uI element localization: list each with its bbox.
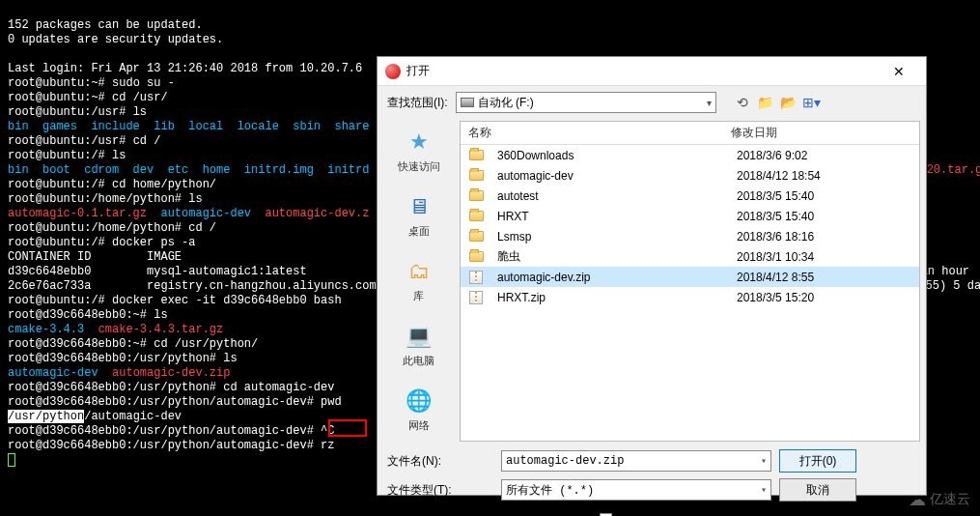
prompt: root@ubuntu:/usr#: [8, 105, 133, 119]
file-row[interactable]: 脆虫2018/3/1 10:34: [461, 246, 919, 267]
place-label: 此电脑: [403, 354, 434, 368]
column-date-header[interactable]: 修改日期: [731, 125, 856, 141]
file-row[interactable]: automagic-dev2018/4/12 18:54: [461, 165, 919, 186]
ls-output: .20.tar.gz: [919, 163, 980, 177]
file-row[interactable]: HRXT2018/3/5 15:40: [461, 206, 919, 226]
pc-icon: 💻: [404, 321, 434, 352]
file-name: autotest: [490, 189, 737, 203]
open-file-dialog: 打开 ✕ 查找范围(I): 自动化 (F:) ▾ ⟲ 📁 📂 ⊞▾ ★ 快速访问…: [377, 56, 927, 496]
cmd: cd home/python/: [112, 178, 216, 191]
filename-label: 文件名(N):: [387, 453, 493, 470]
place-quick-access[interactable]: ★ 快速访问: [378, 125, 460, 176]
cmd: docker exec -it d39c6648ebb0 bash: [112, 294, 342, 307]
prompt: root@ubuntu:/#: [8, 149, 112, 162]
back-icon[interactable]: ⟲: [734, 94, 751, 111]
place-this-pc[interactable]: 💻 此电脑: [378, 319, 460, 370]
cmd: docker ps -a: [112, 236, 195, 249]
cmd: sudo su -: [112, 76, 175, 90]
folder-icon: [468, 149, 484, 162]
prompt: root@ubuntu:/#: [8, 236, 112, 249]
place-label: 网络: [408, 418, 430, 433]
folder-icon: [468, 189, 484, 203]
close-button[interactable]: ✕: [880, 58, 918, 85]
file-row[interactable]: autotest2018/3/5 15:40: [461, 186, 919, 206]
ls-output: bin boot cdrom dev etc home: [8, 163, 244, 177]
ls-output: cmake-3.4.3: [8, 323, 84, 336]
place-library[interactable]: 🗂 库: [378, 254, 460, 305]
ls-output: initrd: [314, 163, 370, 177]
file-date: 2018/3/5 15:20: [737, 291, 862, 304]
filetype-label: 文件类型(T):: [387, 482, 493, 499]
prompt: root@d39c6648ebb0:/usr/python/automagic-…: [8, 395, 321, 409]
prompt: root@ubuntu:/usr#: [8, 134, 133, 148]
up-folder-icon[interactable]: 📁: [757, 94, 774, 111]
dialog-toolbar: ⟲ 📁 📂 ⊞▾: [734, 94, 821, 111]
term-line: CONTAINER ID IMAGE: [8, 250, 182, 264]
file-list-header[interactable]: 名称 修改日期: [461, 122, 919, 145]
places-bar: ★ 快速访问 🖥 桌面 🗂 库 💻 此电脑 🌐 网络: [378, 119, 460, 444]
view-menu-icon[interactable]: ⊞▾: [803, 94, 821, 111]
file-name: Lsmsp: [490, 230, 737, 244]
prompt: root@ubuntu:/#: [8, 294, 112, 307]
file-row[interactable]: HRXT.zip2018/3/5 15:20: [461, 287, 919, 307]
drive-label: 自动化 (F:): [478, 95, 534, 111]
prompt: root@ubuntu:~#: [8, 76, 112, 90]
file-row[interactable]: automagic-dev.zip2018/4/12 8:55: [461, 267, 919, 287]
filetype-select[interactable]: 所有文件 (*.*) ▾: [501, 479, 771, 501]
column-name-header[interactable]: 名称: [461, 125, 731, 141]
term-line: Last login: Fri Apr 13 21:26:40 2018 fro…: [8, 62, 362, 75]
dialog-titlebar[interactable]: 打开 ✕: [378, 57, 926, 86]
drive-select[interactable]: 自动化 (F:) ▾: [456, 92, 716, 113]
term-line: 2c6e76ac733a registry.cn-hangzhou.aliyun…: [8, 279, 377, 293]
cmd: ls: [223, 352, 237, 365]
ls-output: automagic-dev.zip: [112, 366, 230, 380]
file-row[interactable]: Lsmsp2018/3/6 18:16: [461, 226, 919, 246]
place-desktop[interactable]: 🖥 桌面: [378, 189, 460, 241]
network-icon: 🌐: [404, 386, 434, 416]
library-icon: 🗂: [404, 256, 434, 287]
filename-input[interactable]: automagic-dev.zip ▾: [501, 450, 771, 472]
ls-output: automagic-dev.z: [265, 207, 369, 220]
drive-icon: [461, 98, 474, 107]
ls-output: automagic-dev: [8, 366, 98, 380]
file-date: 2018/3/5 15:40: [737, 189, 862, 203]
file-list[interactable]: 名称 修改日期 360Downloads2018/3/6 9:02automag…: [460, 121, 920, 442]
cancel-button[interactable]: 取消: [779, 478, 856, 502]
folder-icon: [468, 230, 484, 244]
file-row[interactable]: 360Downloads2018/3/6 9:02: [461, 145, 919, 165]
cmd: cd /: [133, 134, 161, 148]
term-line: 152 packages can be updated.: [8, 18, 203, 32]
prompt: root@ubuntu:/home/python#: [8, 192, 188, 206]
chevron-down-icon: ▾: [761, 484, 767, 496]
file-name: HRXT: [490, 210, 737, 223]
cmd: cd /: [188, 221, 216, 235]
prompt: root@d39c6648ebb0:~#: [8, 337, 154, 351]
filename-value: automagic-dev.zip: [506, 454, 624, 468]
lookup-row: 查找范围(I): 自动化 (F:) ▾ ⟲ 📁 📂 ⊞▾: [378, 86, 926, 119]
open-button[interactable]: 打开(0): [779, 449, 856, 473]
quick-access-icon: ★: [404, 127, 434, 158]
dialog-title: 打开: [406, 63, 880, 79]
folder-icon: [468, 210, 484, 223]
pwd-output: /automagic-dev: [84, 410, 182, 423]
ls-output: automagic-0.1.tar.gz: [8, 207, 147, 220]
file-date: 2018/4/12 18:54: [737, 169, 862, 183]
dialog-body: ★ 快速访问 🖥 桌面 🗂 库 💻 此电脑 🌐 网络 名称: [378, 119, 926, 444]
cmd: cd /usr/python/: [154, 337, 258, 351]
cmd: pwd: [321, 395, 342, 409]
lookup-label: 查找范围(I):: [387, 95, 448, 111]
file-name: 脆虫: [490, 248, 737, 265]
term-line: 0 updates are security updates.: [8, 33, 223, 46]
prompt: root@ubuntu:/#: [8, 178, 112, 191]
new-folder-icon[interactable]: 📂: [780, 94, 798, 111]
file-date: 2018/4/12 8:55: [737, 271, 862, 284]
ls-output: bin games include lib local locale sbin …: [8, 120, 369, 133]
place-network[interactable]: 🌐 网络: [378, 384, 460, 435]
zip-icon: [468, 291, 484, 304]
watermark-text: 亿速云: [930, 491, 970, 508]
folder-icon: [468, 250, 484, 264]
prompt: root@d39c6648ebb0:~#: [8, 308, 154, 322]
place-label: 桌面: [408, 224, 430, 239]
file-name: HRXT.zip: [490, 291, 737, 304]
file-date: 2018/3/6 9:02: [737, 149, 862, 162]
